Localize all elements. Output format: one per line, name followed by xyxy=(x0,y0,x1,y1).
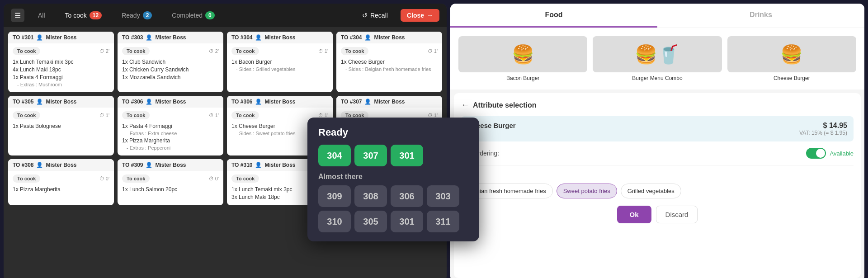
order-card-303[interactable]: TO #303 👤 Mister Boss To cook ⏱ 2' 1x Cl… xyxy=(118,32,223,92)
status-row-303: To cook ⏱ 2' xyxy=(122,47,219,55)
order-id-305: TO #305 xyxy=(13,99,33,105)
almost-num-310[interactable]: 310 xyxy=(318,211,351,232)
tab-food[interactable]: Food xyxy=(450,4,657,28)
order-card-308[interactable]: TO #308 👤 Mister Boss To cook ⏱ 0' 1x Pi… xyxy=(8,159,114,205)
almost-num-308[interactable]: 308 xyxy=(354,185,387,207)
side-option-sweet-potato[interactable]: Sweet potato fries xyxy=(557,184,617,198)
menu-items-row: 🍔 Bacon Burger 🍔🥤 Burger Menu Combo 🍔 Ch… xyxy=(450,28,864,90)
order-card-304a[interactable]: TO #304 👤 Mister Boss To cook ⏱ 1' 1x Ba… xyxy=(227,32,333,92)
status-row-306a: To cook ⏱ 1' xyxy=(122,111,219,119)
almost-num-301b[interactable]: 301 xyxy=(391,211,423,232)
item-301-2: 4x Lunch Maki 18pc xyxy=(13,66,109,73)
attr-main-price: $ 14.95 xyxy=(799,122,847,130)
almost-num-311[interactable]: 311 xyxy=(427,211,459,232)
timer-301: ⏱ 2' xyxy=(99,48,109,54)
order-card-304b[interactable]: TO #304 👤 Mister Boss To cook ⏱ 1' 1x Ch… xyxy=(336,32,442,92)
order-card-301[interactable]: TO #301 👤 Mister Boss To cook ⏱ 2' 1x Lu… xyxy=(8,32,114,92)
person-name-304b: Mister Boss xyxy=(374,34,405,41)
tab-to-cook[interactable]: To cook 12 xyxy=(59,9,108,22)
food-tabs: Food Drinks xyxy=(450,4,864,28)
self-ordering-row: Self-ordering: Available xyxy=(461,148,854,165)
close-button[interactable]: Close → xyxy=(401,9,439,22)
ready-badge: 2 xyxy=(143,11,152,19)
order-body-304b: To cook ⏱ 1' 1x Cheese Burger - Sides : … xyxy=(336,43,442,77)
almost-num-306[interactable]: 306 xyxy=(391,185,423,207)
sweet-potato-label: Sweet potato fries xyxy=(563,188,610,194)
discard-button[interactable]: Discard xyxy=(656,206,698,223)
cheese-burger-emoji: 🍔 xyxy=(780,44,803,65)
item-304b-1-extra: - Sides : Belgian fresh homemade fries xyxy=(345,66,438,72)
order-card-305[interactable]: TO #305 👤 Mister Boss To cook ⏱ 1' 1x Pa… xyxy=(8,96,114,155)
order-id-301: TO #301 xyxy=(13,34,33,41)
person-icon-306a: 👤 xyxy=(146,99,152,105)
burger-combo-emoji: 🍔🥤 xyxy=(635,44,680,65)
tab-ready[interactable]: Ready 2 xyxy=(115,9,158,22)
order-id-308: TO #308 xyxy=(13,162,33,168)
almost-num-303[interactable]: 303 xyxy=(427,185,459,207)
status-row-308: To cook ⏱ 0' xyxy=(13,174,109,183)
self-ordering-toggle[interactable] xyxy=(806,148,826,159)
person-name-307: Mister Boss xyxy=(374,99,405,105)
tab-all[interactable]: All xyxy=(32,9,52,22)
status-badge-303: To cook xyxy=(122,47,150,55)
person-name-301: Mister Boss xyxy=(46,34,76,41)
ready-num-301[interactable]: 301 xyxy=(391,145,423,166)
order-header-304b: TO #304 👤 Mister Boss xyxy=(336,32,442,43)
person-name-305: Mister Boss xyxy=(46,99,76,105)
item-303-1: 1x Club Sandwich xyxy=(122,59,219,65)
item-304a-1: 1x Bacon Burger xyxy=(231,59,328,65)
order-card-306a[interactable]: TO #306 👤 Mister Boss To cook ⏱ 1' 1x Pa… xyxy=(118,96,223,155)
ready-num-307[interactable]: 307 xyxy=(354,145,387,166)
order-header-306b: TO #306 👤 Mister Boss xyxy=(227,96,333,108)
order-header-304a: TO #304 👤 Mister Boss xyxy=(227,32,333,43)
menu-item-bacon-burger[interactable]: 🍔 Bacon Burger xyxy=(456,33,590,84)
person-icon-308: 👤 xyxy=(36,162,43,168)
attr-vat: VAT: 15% (= $ 1.95) xyxy=(799,130,847,136)
sides-options: Belgian fresh homemade fries Sweet potat… xyxy=(461,184,854,198)
status-badge-305: To cook xyxy=(13,111,40,119)
item-305-1: 1x Pasta Bolognese xyxy=(13,123,109,129)
ready-num-304[interactable]: 304 xyxy=(318,145,351,166)
attr-price: $ 14.95 VAT: 15% (= $ 1.95) xyxy=(799,122,847,136)
ready-numbers: 304 307 301 xyxy=(318,145,468,166)
person-name-306b: Mister Boss xyxy=(264,99,295,105)
menu-item-burger-combo[interactable]: 🍔🥤 Burger Menu Combo xyxy=(590,33,724,84)
timer-309: ⏱ 0' xyxy=(209,176,219,181)
menu-item-cheese-burger[interactable]: 🍔 Cheese Burger xyxy=(725,33,859,84)
close-icon: → xyxy=(427,12,433,19)
order-card-309[interactable]: TO #309 👤 Mister Boss To cook ⏱ 0' 1x Lu… xyxy=(118,159,223,205)
tab-completed[interactable]: Completed 0 xyxy=(165,9,221,22)
person-name-306a: Mister Boss xyxy=(155,99,186,105)
ready-popup-title: Ready xyxy=(318,127,468,138)
toggle-state: Available xyxy=(830,150,854,157)
close-label: Close xyxy=(407,12,424,19)
order-header-306a: TO #306 👤 Mister Boss xyxy=(118,96,223,108)
ready-popup: Ready 304 307 301 Almost there 309 308 3… xyxy=(307,118,479,241)
status-badge-309: To cook xyxy=(122,174,150,183)
sidebar-toggle[interactable]: ☰ xyxy=(11,9,24,22)
tab-drinks[interactable]: Drinks xyxy=(657,4,864,28)
grilled-veg-label: Grilled vegetables xyxy=(627,188,675,194)
sides-label: Sides xyxy=(461,172,854,179)
timer-306a: ⏱ 1' xyxy=(209,113,219,118)
recall-label: Recall xyxy=(370,12,388,19)
almost-num-309[interactable]: 309 xyxy=(318,185,351,207)
recall-button[interactable]: ↺ Recall xyxy=(357,9,393,22)
back-arrow-icon[interactable]: ← xyxy=(461,100,469,110)
bacon-burger-img: 🍔 xyxy=(458,36,587,72)
status-badge-304a: To cook xyxy=(231,47,259,55)
person-name-308: Mister Boss xyxy=(46,162,76,168)
item-303-3: 1x Mozzarella Sandwich xyxy=(122,74,219,80)
almost-there-title: Almost there xyxy=(318,173,468,181)
item-308-1: 1x Pizza Margherita xyxy=(13,186,109,193)
order-body-309: To cook ⏱ 0' 1x Lunch Salmon 20pc xyxy=(118,171,223,198)
status-badge-310: To cook xyxy=(231,174,259,183)
discard-label: Discard xyxy=(665,211,689,218)
timer-304a: ⏱ 1' xyxy=(318,48,328,54)
belgian-fries-label: Belgian fresh homemade fries xyxy=(468,188,546,194)
ok-button[interactable]: Ok xyxy=(617,206,651,223)
status-badge-306b: To cook xyxy=(231,111,259,119)
side-option-grilled-veg[interactable]: Grilled vegetables xyxy=(621,184,681,198)
almost-num-305[interactable]: 305 xyxy=(354,211,387,232)
status-badge-304b: To cook xyxy=(341,47,368,55)
